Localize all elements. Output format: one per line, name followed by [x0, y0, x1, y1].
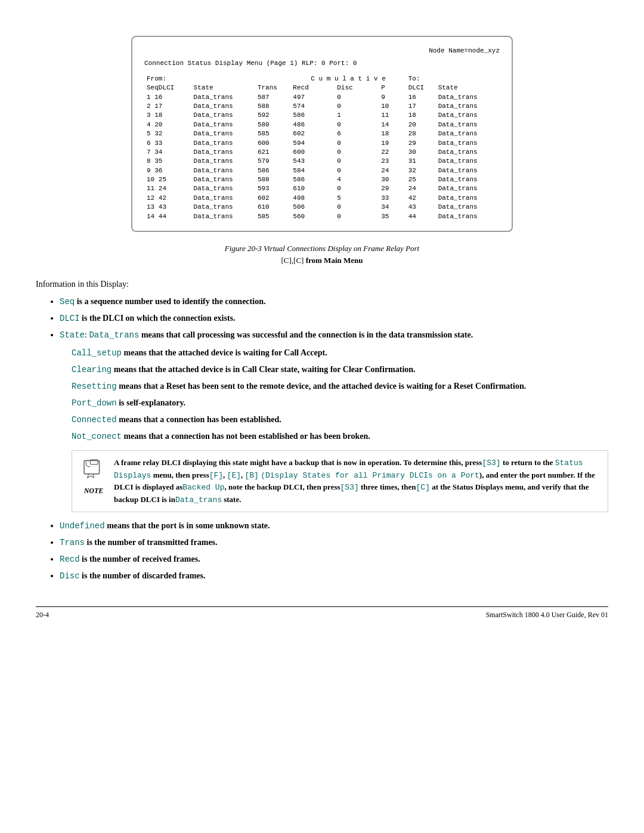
note-strong-6: three times, then	[359, 482, 416, 491]
row-disc: 6	[335, 129, 379, 138]
table-row: 5 32 Data_trans 585 602 6 18 28 Data_tra…	[144, 129, 500, 138]
clearing-item: Clearing means that the attached device …	[72, 363, 608, 376]
row-recd: 610	[290, 184, 335, 193]
row-state: Data_trans	[191, 157, 255, 166]
row-to-dlci: 29	[406, 139, 436, 148]
row-seq: 7 34	[144, 148, 191, 157]
note-strong-2: to return to the	[501, 458, 555, 467]
row-to-state: Data_trans	[436, 194, 500, 203]
row-p: 9	[379, 93, 406, 102]
p-col-header: P	[379, 83, 406, 92]
row-to-dlci: 17	[406, 102, 436, 111]
row-to-dlci: 44	[406, 212, 436, 221]
note-b: [B]	[245, 471, 259, 480]
from-header: From:	[144, 75, 290, 83]
row-to-state: Data_trans	[436, 139, 500, 148]
table-row: 1 16 Data_trans 587 497 0 9 16 Data_tran…	[144, 93, 500, 102]
figure-sub-text: [C],[C] from Main Menu	[281, 256, 363, 265]
row-to-dlci: 43	[406, 203, 436, 212]
row-to-dlci: 18	[406, 111, 436, 120]
terminal-display: Node Name=node_xyz Connection Status Dis…	[131, 36, 513, 232]
note-strong-3: menu, then press	[151, 470, 209, 479]
table-row: 11 24 Data_trans 593 610 0 29 24 Data_tr…	[144, 184, 500, 193]
dlci-col-header: DLCI	[406, 83, 436, 92]
row-to-dlci: 16	[406, 93, 436, 102]
note-label: NOTE	[80, 485, 107, 496]
connected-term: Connected	[72, 415, 117, 425]
row-p: 22	[379, 148, 406, 157]
row-state: Data_trans	[191, 102, 255, 111]
row-to-state: Data_trans	[436, 129, 500, 138]
seq-col-header: SeqDLCI	[144, 83, 191, 92]
row-recd: 574	[290, 102, 335, 111]
more-bullet-list: Undefined means that the port is in some…	[60, 519, 608, 583]
row-state: Data_trans	[191, 93, 255, 102]
row-state: Data_trans	[191, 203, 255, 212]
row-p: 14	[379, 120, 406, 129]
row-disc: 0	[335, 212, 379, 221]
row-state: Data_trans	[191, 120, 255, 129]
note-s3-2: [S3]	[340, 483, 359, 492]
note-strong-1: A frame relay DLCI displaying this state…	[114, 458, 482, 467]
seq-bullet: Seq is a sequence number used to identif…	[60, 295, 608, 308]
row-state: Data_trans	[191, 212, 255, 221]
state-sub-list: Call_setup means that the attached devic…	[72, 346, 608, 443]
row-trans: 585	[255, 129, 290, 138]
row-trans: 588	[255, 102, 290, 111]
state-col-header: State	[191, 83, 255, 92]
terminal-title: Connection Status Display Menu (Page 1) …	[144, 59, 500, 68]
note-s3-1: [S3]	[482, 459, 500, 467]
row-seq: 4 20	[144, 120, 191, 129]
call-setup-item: Call_setup means that the attached devic…	[72, 346, 608, 360]
row-p: 10	[379, 102, 406, 111]
row-recd: 486	[290, 120, 335, 129]
note-data-trans-2: Data_trans	[175, 496, 222, 504]
row-disc: 0	[335, 166, 379, 175]
dlci-desc: is the DLCI on which the connection exis…	[80, 314, 236, 323]
trans-col-header: Trans	[255, 83, 290, 92]
row-recd: 560	[290, 212, 335, 221]
row-trans: 588	[255, 175, 290, 184]
state-term: State	[60, 330, 85, 340]
row-trans: 593	[255, 184, 290, 193]
row-p: 11	[379, 111, 406, 120]
note-text-content: A frame relay DLCI displaying this state…	[114, 457, 599, 506]
row-state: Data_trans	[191, 111, 255, 120]
row-recd: 543	[290, 157, 335, 166]
seq-desc: is a sequence number used to identify th…	[75, 297, 265, 306]
row-to-state: Data_trans	[436, 175, 500, 184]
row-state: Data_trans	[191, 166, 255, 175]
row-seq: 10 25	[144, 175, 191, 184]
table-row: 6 33 Data_trans 600 594 0 19 29 Data_tra…	[144, 139, 500, 148]
row-p: 19	[379, 139, 406, 148]
row-seq: 5 32	[144, 129, 191, 138]
row-disc: 0	[335, 139, 379, 148]
row-p: 23	[379, 157, 406, 166]
note-c: [C]	[416, 483, 430, 492]
row-to-dlci: 42	[406, 194, 436, 203]
row-disc: 0	[335, 102, 379, 111]
disc-col-header: Disc	[335, 83, 379, 92]
row-to-state: Data_trans	[436, 93, 500, 102]
row-p: 29	[379, 184, 406, 193]
resetting-item: Resetting means that a Reset has been se…	[72, 380, 608, 393]
row-recd: 594	[290, 139, 335, 148]
row-to-state: Data_trans	[436, 102, 500, 111]
trans-desc: is the number of transmitted frames.	[85, 538, 218, 547]
recd-term: Recd	[60, 555, 80, 564]
row-to-dlci: 20	[406, 120, 436, 129]
note-display-states: (Display States for all Primary DLCIs on…	[261, 471, 479, 480]
table-row: 2 17 Data_trans 588 574 0 10 17 Data_tra…	[144, 102, 500, 111]
row-p: 33	[379, 194, 406, 203]
table-row: 10 25 Data_trans 588 586 4 30 25 Data_tr…	[144, 175, 500, 184]
recd-desc: is the number of received frames.	[80, 555, 200, 563]
row-disc: 0	[335, 157, 379, 166]
clearing-desc: means that the attached device is in Cal…	[112, 365, 415, 374]
row-recd: 498	[290, 194, 335, 203]
row-state: Data_trans	[191, 139, 255, 148]
row-to-dlci: 24	[406, 184, 436, 193]
table-row: 3 18 Data_trans 592 586 1 11 18 Data_tra…	[144, 111, 500, 120]
row-trans: 602	[255, 194, 290, 203]
table-row: 9 36 Data_trans 586 584 0 24 32 Data_tra…	[144, 166, 500, 175]
table-row: 14 44 Data_trans 585 560 0 35 44 Data_tr…	[144, 212, 500, 221]
